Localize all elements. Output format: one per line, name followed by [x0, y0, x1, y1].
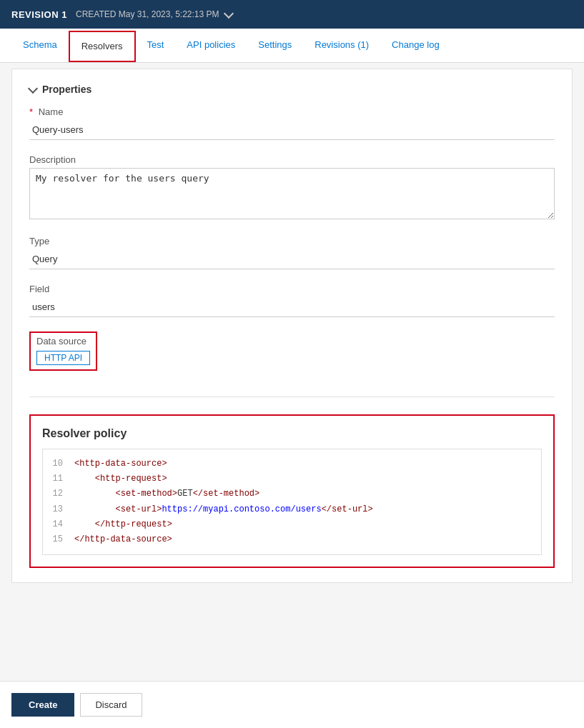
line-number-12: 12: [43, 487, 74, 501]
code-line-11: 11 <http-request>: [43, 472, 541, 487]
code-line-12: 12 <set-method>GET</set-method>: [43, 487, 541, 502]
code-line-13: 13 <set-url>https://myapi.contoso.com/us…: [43, 502, 541, 517]
line-content-14: </http-request>: [74, 518, 172, 532]
tab-nav: Schema Resolvers Test API policies Setti…: [0, 29, 584, 63]
description-textarea[interactable]: My resolver for the users query: [29, 168, 555, 219]
name-field-group: * Name: [29, 106, 555, 140]
properties-label: Properties: [42, 84, 91, 95]
main-content: Properties * Name Description My resolve…: [11, 69, 573, 583]
tab-change-log[interactable]: Change log: [380, 29, 451, 63]
page-wrapper: REVISION 1 CREATED May 31, 2023, 5:22:13…: [0, 0, 584, 632]
policy-title: Resolver policy: [42, 427, 542, 440]
data-source-badge[interactable]: HTTP API: [36, 351, 90, 365]
revision-badge: REVISION 1: [11, 9, 67, 20]
description-field-group: Description My resolver for the users qu…: [29, 154, 555, 221]
line-number-15: 15: [43, 533, 74, 547]
line-content-10: <http-data-source>: [74, 457, 167, 471]
tab-schema[interactable]: Schema: [11, 29, 69, 63]
tab-test[interactable]: Test: [136, 29, 176, 63]
chevron-down-icon[interactable]: [223, 8, 233, 18]
code-line-14: 14 </http-request>: [43, 517, 541, 532]
description-label: Description: [29, 154, 555, 165]
line-number-10: 10: [43, 457, 74, 471]
line-content-13: <set-url>https://myapi.contoso.com/users…: [74, 503, 373, 517]
line-content-15: </http-data-source>: [74, 533, 172, 547]
collapse-icon: [28, 83, 38, 93]
type-field-group: Type: [29, 236, 555, 269]
properties-section-header[interactable]: Properties: [29, 84, 555, 95]
field-input[interactable]: [29, 297, 555, 317]
field-label: Field: [29, 284, 555, 294]
code-line-15: 15 </http-data-source>: [43, 532, 541, 547]
tab-revisions[interactable]: Revisions (1): [303, 29, 380, 63]
top-bar: REVISION 1 CREATED May 31, 2023, 5:22:13…: [0, 0, 584, 29]
created-info: CREATED May 31, 2023, 5:22:13 PM: [76, 9, 232, 19]
data-source-wrapper: Data source HTTP API: [29, 331, 97, 371]
required-star: *: [29, 106, 33, 117]
code-line-10: 10 <http-data-source>: [43, 457, 541, 472]
policy-section: Resolver policy 10 <http-data-source> 11…: [29, 414, 555, 568]
type-label: Type: [29, 236, 555, 246]
line-number-11: 11: [43, 472, 74, 486]
type-input[interactable]: [29, 249, 555, 269]
line-number-13: 13: [43, 503, 74, 517]
data-source-label: Data source: [36, 336, 90, 346]
code-editor[interactable]: 10 <http-data-source> 11 <http-request> …: [42, 449, 542, 555]
tab-settings[interactable]: Settings: [247, 29, 303, 63]
field-field-group: Field: [29, 284, 555, 317]
line-content-11: <http-request>: [74, 472, 167, 486]
name-input[interactable]: [29, 120, 555, 140]
divider: [29, 397, 555, 397]
line-number-14: 14: [43, 518, 74, 532]
tab-api-policies[interactable]: API policies: [175, 29, 247, 63]
tab-resolvers[interactable]: Resolvers: [69, 31, 136, 62]
name-label: * Name: [29, 106, 555, 117]
line-content-12: <set-method>GET</set-method>: [74, 487, 259, 501]
